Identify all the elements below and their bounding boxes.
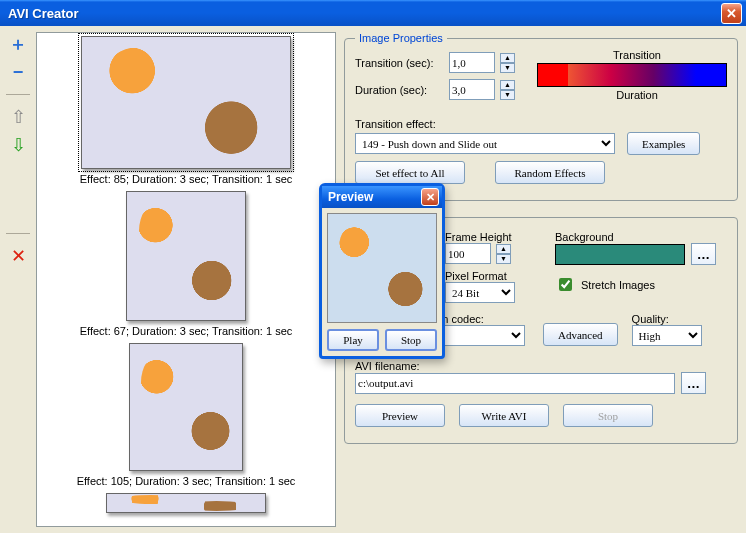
- bar-duration-label: Duration: [587, 89, 687, 101]
- write-avi-button[interactable]: Write AVI: [459, 404, 549, 427]
- arrow-down-icon: ⇩: [11, 136, 26, 154]
- toolbar-separator: [6, 233, 30, 234]
- left-toolbar: ＋ − ⇧ ⇩ ✕: [0, 26, 36, 533]
- spin-up-icon[interactable]: ▲: [496, 244, 511, 254]
- frame-caption: Effect: 105; Duration: 3 sec; Transition…: [37, 475, 335, 490]
- frame-height-input[interactable]: [445, 243, 491, 264]
- quality-select[interactable]: High: [632, 325, 702, 346]
- transition-label: Transition (sec):: [355, 57, 443, 69]
- delete-frame-button[interactable]: ✕: [8, 246, 28, 266]
- preview-title: Preview: [328, 190, 421, 204]
- group-legend: Image Properties: [355, 32, 447, 44]
- frame-thumbnail: [126, 191, 246, 321]
- window-titlebar: AVI Creator ✕: [0, 0, 746, 26]
- remove-frame-button[interactable]: −: [8, 62, 28, 82]
- frame-item[interactable]: Effect: 85; Duration: 3 sec; Transition:…: [37, 33, 335, 188]
- transition-effect-select[interactable]: 149 - Push down and Slide out: [355, 133, 615, 154]
- stretch-checkbox[interactable]: [559, 278, 572, 291]
- preview-play-button[interactable]: Play: [327, 329, 379, 351]
- close-icon: ✕: [726, 6, 737, 21]
- duration-label: Duration (sec):: [355, 84, 443, 96]
- frame-item[interactable]: Effect: 67; Duration: 3 sec; Transition:…: [37, 188, 335, 340]
- avi-filename-label: AVI filename:: [355, 360, 420, 372]
- avi-browse-button[interactable]: …: [681, 372, 706, 394]
- preview-button[interactable]: Preview: [355, 404, 445, 427]
- preview-image: [327, 213, 437, 323]
- window-title: AVI Creator: [8, 6, 721, 21]
- window-close-button[interactable]: ✕: [721, 3, 742, 24]
- ellipsis-icon: …: [697, 247, 710, 262]
- background-label: Background: [555, 231, 614, 243]
- plus-icon: ＋: [9, 35, 27, 53]
- transition-effect-label: Transition effect:: [355, 118, 436, 130]
- stop-button[interactable]: Stop: [563, 404, 653, 427]
- preview-window[interactable]: Preview ✕ Play Stop: [319, 183, 445, 359]
- pixel-format-label: Pixel Format: [445, 270, 507, 282]
- transition-input[interactable]: [449, 52, 495, 73]
- spin-down-icon[interactable]: ▼: [500, 90, 515, 100]
- pixel-format-select[interactable]: 24 Bit: [445, 282, 515, 303]
- duration-spinner[interactable]: ▲ ▼: [500, 80, 515, 100]
- image-properties-group: Image Properties Transition (sec): ▲ ▼ D…: [344, 32, 738, 201]
- frame-thumbnail: [81, 36, 291, 169]
- transition-duration-bar: Transition Duration: [537, 52, 727, 106]
- frame-height-spinner[interactable]: ▲ ▼: [496, 244, 511, 264]
- minus-icon: −: [13, 63, 24, 81]
- set-effect-all-button[interactable]: Set effect to All: [355, 161, 465, 184]
- ellipsis-icon: …: [687, 376, 700, 391]
- add-frame-button[interactable]: ＋: [8, 34, 28, 54]
- frame-thumbnail: [129, 343, 243, 471]
- background-browse-button[interactable]: …: [691, 243, 716, 265]
- spin-down-icon[interactable]: ▼: [500, 63, 515, 73]
- preview-titlebar[interactable]: Preview ✕: [322, 186, 442, 208]
- preview-close-button[interactable]: ✕: [421, 188, 439, 206]
- gradient-bar: [537, 63, 727, 87]
- frame-caption: Effect: 85; Duration: 3 sec; Transition:…: [37, 173, 335, 188]
- transition-spinner[interactable]: ▲ ▼: [500, 53, 515, 73]
- spin-up-icon[interactable]: ▲: [500, 80, 515, 90]
- duration-input[interactable]: [449, 79, 495, 100]
- bar-transition-label: Transition: [587, 49, 687, 61]
- frame-list[interactable]: Effect: 85; Duration: 3 sec; Transition:…: [36, 32, 336, 527]
- advanced-button[interactable]: Advanced: [543, 323, 618, 346]
- close-icon: ✕: [426, 191, 435, 204]
- spin-down-icon[interactable]: ▼: [496, 254, 511, 264]
- avi-filename-input[interactable]: [355, 373, 675, 394]
- preview-body: Play Stop: [322, 208, 442, 356]
- arrow-up-icon: ⇧: [11, 108, 26, 126]
- move-down-button[interactable]: ⇩: [8, 135, 28, 155]
- frame-item[interactable]: [37, 490, 335, 515]
- x-icon: ✕: [11, 247, 26, 265]
- stretch-label: Stretch Images: [581, 279, 655, 291]
- move-up-button[interactable]: ⇧: [8, 107, 28, 127]
- spin-up-icon[interactable]: ▲: [500, 53, 515, 63]
- frame-item[interactable]: Effect: 105; Duration: 3 sec; Transition…: [37, 340, 335, 490]
- preview-stop-button[interactable]: Stop: [385, 329, 437, 351]
- random-effects-button[interactable]: Random Effects: [495, 161, 605, 184]
- quality-label: Quality:: [632, 313, 669, 325]
- examples-button[interactable]: Examples: [627, 132, 700, 155]
- frame-caption: Effect: 67; Duration: 3 sec; Transition:…: [37, 325, 335, 340]
- toolbar-separator: [6, 94, 30, 95]
- frame-thumbnail: [106, 493, 266, 513]
- background-swatch: [555, 244, 685, 265]
- frame-height-label: Frame Height: [445, 231, 512, 243]
